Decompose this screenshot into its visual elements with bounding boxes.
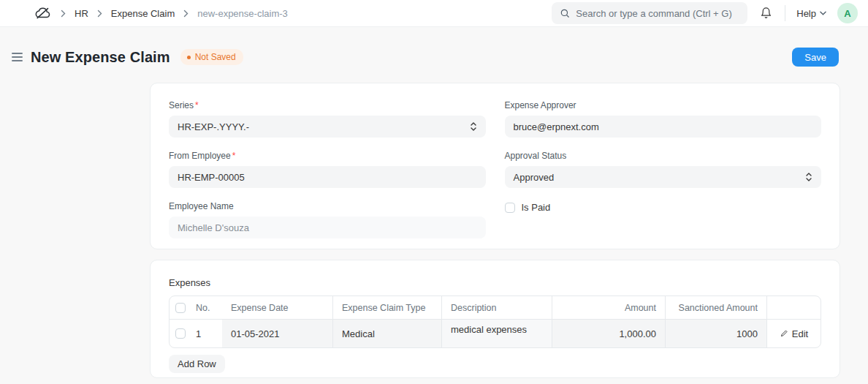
- series-value: HR-EXP-.YYYY.-: [178, 121, 249, 132]
- series-label: Series*: [169, 100, 486, 110]
- approval-status-field: Approval Status Approved: [505, 151, 822, 188]
- column-sanctioned-amount: Sanctioned Amount: [665, 296, 766, 319]
- global-search[interactable]: [552, 2, 747, 24]
- from-employee-field: From Employee* HR-EMP-00005: [169, 151, 486, 188]
- top-navbar: HR Expense Claim new-expense-claim-3: [0, 0, 868, 27]
- bell-icon: [760, 7, 772, 20]
- breadcrumb: HR Expense Claim new-expense-claim-3: [61, 8, 288, 19]
- required-asterisk: *: [232, 151, 236, 161]
- avatar-letter: A: [844, 8, 850, 19]
- required-asterisk: *: [195, 100, 199, 110]
- edit-row-button[interactable]: Edit: [780, 328, 808, 339]
- is-paid-label: Is Paid: [522, 202, 551, 213]
- pencil-icon: [780, 329, 788, 338]
- details-section-card: Series* HR-EXP-.YYYY.- Expense Approver …: [150, 83, 840, 249]
- app-logo[interactable]: [34, 5, 52, 21]
- row-actions-cell: Edit: [766, 320, 821, 347]
- expense-approver-value: bruce@erpnext.com: [514, 121, 599, 132]
- series-select[interactable]: HR-EXP-.YYYY.-: [169, 116, 486, 138]
- expenses-grid-header: No. Expense Date Expense Claim Type Desc…: [170, 296, 821, 320]
- is-paid-checkbox[interactable]: [505, 203, 515, 213]
- notifications-button[interactable]: [758, 5, 774, 21]
- expense-approver-input[interactable]: bruce@erpnext.com: [505, 116, 822, 138]
- description-cell[interactable]: medical expenses: [441, 320, 552, 347]
- breadcrumb-current: new-expense-claim-3: [197, 8, 288, 19]
- chevron-up-down-icon: [805, 172, 812, 182]
- expense-row: 1 01-05-2021 Medical medical expenses 1,…: [170, 320, 821, 347]
- sanctioned-amount-cell[interactable]: 1000: [665, 320, 766, 347]
- approval-status-select[interactable]: Approved: [505, 166, 822, 188]
- expense-claim-type-cell[interactable]: Medical: [332, 320, 441, 347]
- select-all-checkbox[interactable]: [175, 303, 186, 313]
- status-badge-label: Not Saved: [195, 52, 236, 62]
- navbar-right: Help A: [552, 2, 858, 24]
- from-employee-input[interactable]: HR-EMP-00005: [169, 166, 486, 188]
- help-label: Help: [796, 8, 816, 19]
- search-icon: [560, 8, 570, 18]
- column-amount: Amount: [552, 296, 665, 319]
- help-menu[interactable]: Help: [796, 8, 826, 19]
- chevron-down-icon: [820, 11, 826, 15]
- employee-name-input: Michelle D'souza: [169, 217, 486, 238]
- save-button[interactable]: Save: [792, 48, 839, 67]
- status-dot-icon: [187, 56, 191, 59]
- row-checkbox[interactable]: [175, 328, 186, 339]
- column-description: Description: [441, 296, 552, 319]
- search-input[interactable]: [576, 8, 739, 19]
- expenses-section-label: Expenses: [169, 277, 821, 288]
- from-employee-value: HR-EMP-00005: [178, 172, 245, 183]
- expenses-grid: No. Expense Date Expense Claim Type Desc…: [169, 295, 821, 348]
- amount-cell[interactable]: 1,000.00: [552, 320, 665, 347]
- status-badge: Not Saved: [180, 49, 243, 65]
- edit-row-label: Edit: [792, 328, 808, 339]
- series-field: Series* HR-EXP-.YYYY.-: [169, 100, 486, 138]
- column-actions: [766, 296, 821, 319]
- expense-approver-field: Expense Approver bruce@erpnext.com: [505, 100, 822, 138]
- is-paid-field: Is Paid: [505, 201, 822, 238]
- expense-approver-label: Expense Approver: [505, 100, 822, 110]
- navbar-divider: [785, 5, 785, 21]
- breadcrumb-expense-claim[interactable]: Expense Claim: [111, 8, 175, 19]
- chevron-right-icon: [183, 10, 189, 18]
- row-number: 1: [196, 328, 201, 339]
- expenses-section-card: Expenses No. Expense Date Expense Claim …: [150, 260, 840, 378]
- from-employee-label: From Employee*: [169, 151, 486, 161]
- employee-name-value: Michelle D'souza: [178, 222, 249, 233]
- breadcrumb-hr[interactable]: HR: [75, 8, 88, 19]
- add-row-button[interactable]: Add Row: [169, 355, 225, 373]
- chevron-up-down-icon: [470, 121, 477, 132]
- user-avatar[interactable]: A: [837, 3, 858, 23]
- expense-date-cell[interactable]: 01-05-2021: [222, 320, 332, 347]
- sidebar-toggle-button[interactable]: [12, 51, 23, 63]
- employee-name-label: Employee Name: [169, 201, 486, 211]
- approval-status-value: Approved: [514, 172, 555, 183]
- page-header: New Expense Claim Not Saved Save: [0, 44, 868, 70]
- column-expense-claim-type: Expense Claim Type: [332, 296, 441, 319]
- column-expense-date: Expense Date: [222, 296, 332, 319]
- employee-name-field: Employee Name Michelle D'souza: [169, 201, 486, 238]
- column-no: No.: [196, 303, 210, 313]
- cloud-slash-icon: [34, 5, 52, 21]
- chevron-right-icon: [97, 10, 102, 18]
- chevron-right-icon: [61, 10, 66, 18]
- approval-status-label: Approval Status: [505, 151, 822, 161]
- page-title: New Expense Claim: [31, 49, 170, 66]
